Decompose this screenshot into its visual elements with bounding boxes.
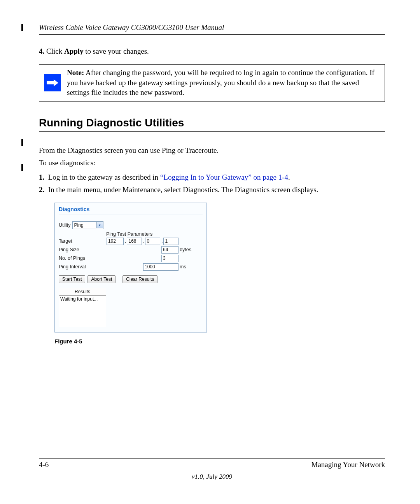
ping-interval-label: Ping Interval xyxy=(59,264,105,270)
ping-size-input[interactable]: 64 xyxy=(161,246,178,254)
ping-params-title: Ping Test Parameters xyxy=(106,231,203,237)
step-2: 2. In the main menu, under Maintenance, … xyxy=(39,184,385,196)
intro-line-1: From the Diagnostics screen you can use … xyxy=(39,145,385,156)
page-header: Wireless Cable Voice Gateway CG3000/CG31… xyxy=(39,23,385,35)
section-name: Managing Your Network xyxy=(312,460,385,469)
no-pings-label: No. of Pings xyxy=(59,256,105,261)
abort-test-button[interactable]: Abort Test xyxy=(88,275,116,283)
page-footer: 4-6 Managing Your Network v1.0, July 200… xyxy=(39,458,385,481)
ping-params-grid: Target 192 .168 .0 .1 Ping Size 64 bytes… xyxy=(59,238,203,271)
change-bar xyxy=(21,24,23,31)
ms-unit: ms xyxy=(180,264,203,270)
step-number: 2. xyxy=(39,186,44,194)
apply-word: Apply xyxy=(64,47,84,55)
start-test-button[interactable]: Start Test xyxy=(59,275,85,283)
utility-select[interactable]: Ping ▾ xyxy=(72,221,103,229)
change-bar xyxy=(21,164,23,171)
dot: . xyxy=(143,238,144,244)
arrow-right-icon xyxy=(44,74,61,91)
figure-4-5: Diagnostics Utility Ping ▾ Ping Test Par… xyxy=(54,203,385,345)
results-box: Results xyxy=(59,288,106,328)
target-label: Target xyxy=(59,238,105,244)
cross-ref-link[interactable]: “Logging In to Your Gateway” on page 1-4 xyxy=(160,173,288,181)
step-1: 1. Log in to the gateway as described in… xyxy=(39,172,385,183)
step1-pre: Log in to the gateway as described in xyxy=(48,173,160,181)
note-label: Note: xyxy=(67,68,84,77)
target-ip-1[interactable]: 192 xyxy=(107,238,124,245)
ping-interval-input[interactable]: 1000 xyxy=(143,263,178,271)
target-ip-3[interactable]: 0 xyxy=(145,238,160,245)
change-bar xyxy=(21,139,23,146)
utility-row: Utility Ping ▾ xyxy=(59,221,203,229)
header-title: Wireless Cable Voice Gateway CG3000/CG31… xyxy=(39,23,224,32)
utility-value: Ping xyxy=(73,222,96,228)
no-pings-input[interactable]: 3 xyxy=(161,255,178,262)
step-number: 1. xyxy=(39,173,44,181)
target-ip-2[interactable]: 168 xyxy=(127,238,142,245)
chevron-down-icon: ▾ xyxy=(96,222,103,228)
figure-caption: Figure 4-5 xyxy=(54,338,385,345)
section-heading: Running Diagnostic Utilities xyxy=(39,117,385,132)
note-box: Note: After changing the password, you w… xyxy=(39,64,385,102)
utility-label: Utility xyxy=(59,222,71,228)
version-date: v1.0, July 2009 xyxy=(39,473,385,481)
diagnostics-title: Diagnostics xyxy=(59,206,203,215)
note-body: After changing the password, you will be… xyxy=(67,68,374,96)
ping-size-label: Ping Size xyxy=(59,247,105,252)
diagnostics-panel: Diagnostics Utility Ping ▾ Ping Test Par… xyxy=(54,203,207,332)
step-text-post: to save your changes. xyxy=(84,47,149,55)
page-number: 4-6 xyxy=(39,460,49,469)
intro-line-2: To use diagnostics: xyxy=(39,158,385,169)
clear-results-button[interactable]: Clear Results xyxy=(122,275,158,283)
button-row: Start Test Abort Test Clear Results xyxy=(59,275,203,283)
step2-text: In the main menu, under Maintenance, sel… xyxy=(48,186,318,194)
step-text-pre: Click xyxy=(46,47,64,55)
step-number: 4. xyxy=(39,47,44,55)
step-4: 4. Click Apply to save your changes. xyxy=(39,47,385,56)
target-ip-4[interactable]: 1 xyxy=(163,238,178,245)
results-title: Results xyxy=(59,288,106,296)
bytes-unit: bytes xyxy=(180,247,203,252)
note-text: Note: After changing the password, you w… xyxy=(65,65,385,102)
note-icon-cell xyxy=(39,65,65,102)
dot: . xyxy=(125,238,126,244)
results-textarea[interactable] xyxy=(59,296,106,327)
dot: . xyxy=(161,238,163,244)
step1-post: . xyxy=(288,173,290,181)
